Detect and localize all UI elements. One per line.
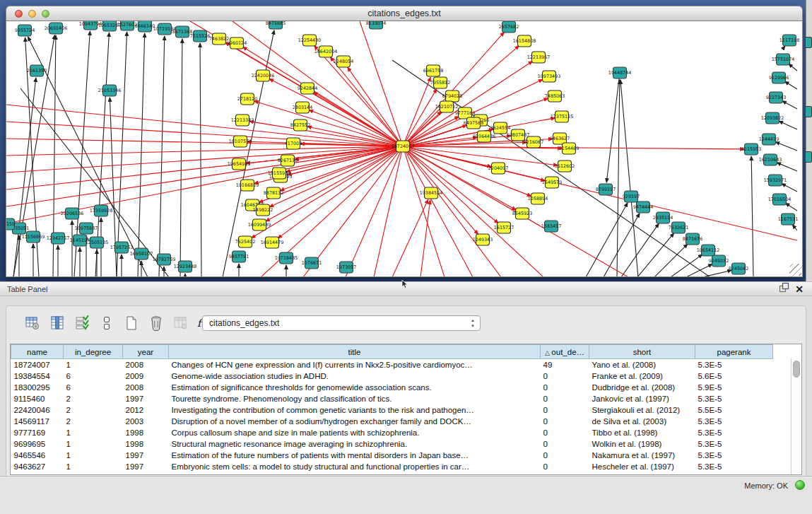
graph-node[interactable]: 1058894 — [528, 193, 548, 204]
graph-node[interactable]: 1612602 — [555, 160, 575, 172]
table-cell[interactable]: Disruption of a novel member of a sodium… — [169, 416, 541, 427]
graph-node[interactable]: 7632621 — [669, 222, 688, 233]
table-cell[interactable]: 1 — [64, 359, 123, 371]
table-cell[interactable]: 5.9E-5 — [695, 382, 773, 393]
column-header-pagerank[interactable]: pagerank — [695, 345, 773, 359]
table-cell[interactable]: 0 — [541, 427, 589, 438]
graph-node[interactable]: 7485063 — [545, 90, 565, 102]
table-cell[interactable]: Corpus callosum shape and size in male p… — [169, 427, 541, 438]
graph-node[interactable]: 19166829 — [236, 180, 259, 191]
table-cell[interactable]: 5.3E-5 — [695, 359, 773, 371]
table-selector-dropdown[interactable]: citations_edges.txt ▲▼ — [202, 315, 481, 331]
graph-node[interactable]: 2061350 — [27, 65, 47, 76]
graph-node[interactable]: 8799197 — [596, 184, 616, 195]
table-row[interactable]: 911546021997Tourette syndrome. Phenomeno… — [11, 393, 773, 404]
graph-node[interactable]: 15751074 — [772, 54, 795, 65]
table-cell[interactable]: 1997 — [123, 393, 169, 404]
float-window-icon[interactable] — [779, 282, 789, 296]
table-cell[interactable]: Yano et al. (2008) — [589, 359, 695, 371]
column-header-short[interactable]: short — [589, 345, 695, 359]
show-column-button[interactable] — [49, 315, 66, 332]
table-cell[interactable]: 18724007 — [11, 359, 64, 371]
table-cell[interactable]: 5.3E-5 — [695, 450, 773, 461]
graph-node[interactable]: 12342757 — [47, 233, 70, 244]
column-header-name[interactable]: name — [11, 345, 64, 359]
graph-node[interactable]: 2657682 — [499, 21, 519, 33]
graph-node[interactable]: 8475685 — [266, 21, 286, 29]
table-row[interactable]: 977716911998Corpus callosum shape and si… — [11, 427, 773, 438]
graph-node[interactable]: 16782759 — [153, 254, 176, 265]
table-cell[interactable]: Wolkin et al. (1998) — [589, 438, 695, 450]
graph-node[interactable]: 20691406 — [45, 23, 68, 34]
graph-node[interactable]: 9857791 — [229, 251, 249, 262]
table-cell[interactable]: 1 — [64, 438, 123, 450]
graph-node[interactable]: 2204097 — [488, 163, 508, 174]
table-cell[interactable]: 5.3E-5 — [695, 393, 773, 404]
table-cell[interactable]: 14569117 — [11, 416, 64, 427]
graph-node[interactable]: 8878132 — [264, 187, 283, 199]
table-cell[interactable]: Estimation of the future numbers of pati… — [169, 450, 541, 461]
table-cell[interactable]: 1 — [64, 461, 123, 472]
table-cell[interactable]: 5.6E-5 — [695, 370, 773, 382]
graph-node[interactable]: 39159 — [6, 218, 15, 230]
table-cell[interactable]: Stergiakouli et al. (2012) — [589, 404, 695, 416]
graph-node[interactable]: 16958107 — [130, 248, 153, 259]
table-cell[interactable]: 22420046 — [11, 404, 64, 416]
graph-node[interactable]: 1583457 — [541, 221, 561, 232]
table-cell[interactable]: 1997 — [123, 461, 169, 472]
table-cell[interactable]: 0 — [541, 393, 589, 404]
graph-node[interactable]: 19718485 — [275, 252, 298, 264]
table-row[interactable]: 1872400712008Changes of HCN gene express… — [11, 359, 773, 371]
table-cell[interactable]: Changes of HCN gene expression and I(f) … — [169, 359, 541, 371]
graph-node[interactable]: 6216067 — [524, 136, 543, 148]
select-rows-button[interactable] — [73, 315, 90, 332]
graph-node[interactable]: 12254430 — [298, 35, 322, 46]
graph-node[interactable]: 2248054 — [334, 56, 353, 67]
table-cell[interactable]: 1998 — [123, 438, 169, 450]
table-cell[interactable]: 2008 — [123, 382, 169, 393]
table-cell[interactable]: 5.5E-5 — [695, 404, 773, 416]
graph-node[interactable]: 417003 — [285, 138, 302, 149]
table-cell[interactable]: 1 — [64, 427, 123, 438]
table-cell[interactable]: 0 — [541, 450, 589, 461]
resize-grip[interactable] — [789, 264, 801, 276]
table-cell[interactable]: Embryonic stem cells: a model to study s… — [169, 461, 541, 472]
table-cell[interactable]: 2009 — [123, 370, 169, 382]
table-cell[interactable]: Tibbo et al. (1998) — [589, 427, 695, 438]
graph-node[interactable]: 16154808 — [513, 35, 536, 47]
graph-node[interactable]: 8133074 — [366, 21, 386, 29]
graph-node[interactable]: 8427552 — [290, 119, 310, 131]
graph-node[interactable]: 1167531 — [778, 214, 798, 225]
graph-node[interactable]: 2803144 — [293, 102, 312, 113]
graph-node[interactable]: 1615727 — [494, 222, 514, 233]
graph-node[interactable]: 8466140 — [135, 21, 155, 32]
graph-node[interactable]: 8245042 — [729, 263, 748, 274]
table-settings-button[interactable] — [24, 315, 41, 332]
table-cell[interactable]: 2 — [64, 416, 123, 427]
row-height-button[interactable] — [98, 315, 115, 332]
table-row[interactable]: 1830029562008Estimation of significance … — [11, 382, 773, 393]
table-cell[interactable]: Nakamura et al. (1997) — [589, 450, 695, 461]
graph-node[interactable]: 19448744 — [608, 67, 632, 78]
table-cell[interactable]: 18300295 — [11, 382, 64, 393]
graph-node[interactable]: 6961758 — [423, 65, 443, 76]
table-cell[interactable]: 9777169 — [11, 427, 64, 438]
table-cell[interactable]: 9463627 — [11, 461, 64, 472]
table-cell[interactable]: 5.3E-5 — [695, 461, 773, 472]
table-cell[interactable]: Structural magnetic resonance image aver… — [169, 438, 541, 450]
graph-node[interactable]: 7515526 — [190, 30, 210, 42]
table-cell[interactable]: Genome-wide association studies in ADHD. — [169, 370, 541, 382]
graph-node[interactable]: 1076671 — [302, 257, 322, 269]
graph-node[interactable]: 18107554 — [229, 136, 252, 147]
graph-node[interactable]: 12923448 — [174, 261, 197, 272]
graph-node[interactable]: 2718120 — [237, 93, 257, 105]
table-cell[interactable]: 0 — [541, 404, 589, 416]
table-row[interactable]: 1938455462009Genome-wide association stu… — [11, 370, 773, 382]
column-header-out_de[interactable]: △ out_de… — [541, 345, 589, 359]
table-cell[interactable]: 0 — [541, 461, 589, 472]
table-cell[interactable]: 19384554 — [11, 370, 64, 382]
table-cell[interactable]: 9465546 — [11, 450, 64, 461]
table-row[interactable]: 2242004622012Investigating the contribut… — [11, 404, 773, 416]
table-scrollbar[interactable] — [791, 358, 801, 474]
graph-node[interactable]: 929197 — [623, 191, 640, 202]
